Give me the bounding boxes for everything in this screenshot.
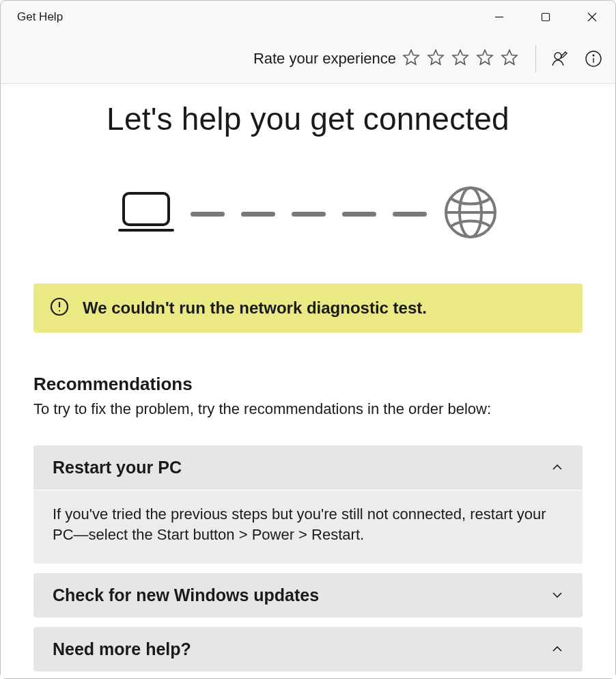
svg-rect-1 [542,14,550,21]
star-3-icon[interactable] [451,48,470,70]
star-4-icon[interactable] [475,48,494,70]
svg-marker-4 [404,50,419,64]
svg-marker-8 [502,50,517,64]
chevron-up-icon [551,639,563,659]
chevron-down-icon [551,585,563,605]
accordion-title: Need more help? [53,639,191,659]
info-icon[interactable] [577,42,610,75]
rating-stars [402,48,519,70]
window-title: Get Help [17,10,63,24]
accordion-updates: Check for new Windows updates [33,573,583,618]
warning-icon [50,297,69,319]
rate-label: Rate your experience [253,50,396,68]
accordion-body-restart: If you've tried the previous steps but y… [33,490,583,564]
alert-banner: We couldn't run the network diagnostic t… [33,283,583,333]
accordion-title: Check for new Windows updates [53,585,319,605]
svg-marker-7 [477,50,492,64]
svg-marker-6 [453,50,468,64]
svg-rect-13 [124,193,169,225]
star-2-icon[interactable] [426,48,445,70]
dash-icon [292,212,326,217]
recommendations-heading: Recommendations [33,374,583,395]
accordion-more-help: Need more help? [33,627,583,671]
recommendations-subheading: To try to fix the problem, try the recom… [33,400,583,418]
alert-text: We couldn't run the network diagnostic t… [83,299,427,318]
accordion-header-more-help[interactable]: Need more help? [33,627,583,671]
dash-icon [393,212,427,217]
accordion-restart: Restart your PC If you've tried the prev… [33,445,583,564]
globe-icon [443,185,498,242]
page-title: Let's help you get connected [33,100,583,137]
dash-icon [241,212,275,217]
content: Let's help you get connected [1,84,615,678]
minimize-button[interactable] [476,1,522,33]
chevron-up-icon [551,458,563,477]
star-5-icon[interactable] [500,48,519,70]
accordion-header-updates[interactable]: Check for new Windows updates [33,573,583,618]
star-1-icon[interactable] [402,48,421,70]
accordion-header-restart[interactable]: Restart your PC [33,445,583,490]
feedback-icon[interactable] [544,42,577,75]
svg-marker-5 [428,50,443,64]
close-button[interactable] [569,1,615,33]
svg-point-20 [59,310,60,311]
dash-icon [342,212,376,217]
connection-dashes [191,212,427,217]
toolbar: Rate your experience [1,33,615,84]
maximize-button[interactable] [522,1,569,33]
dash-icon [191,212,225,217]
titlebar: Get Help [1,1,615,33]
window-frame: Get Help Rate your experience [0,0,616,679]
toolbar-divider [535,45,536,72]
laptop-icon [118,191,174,237]
connection-diagram [33,185,583,242]
accordion-title: Restart your PC [53,458,182,477]
window-controls [476,1,615,33]
svg-point-11 [593,55,594,56]
